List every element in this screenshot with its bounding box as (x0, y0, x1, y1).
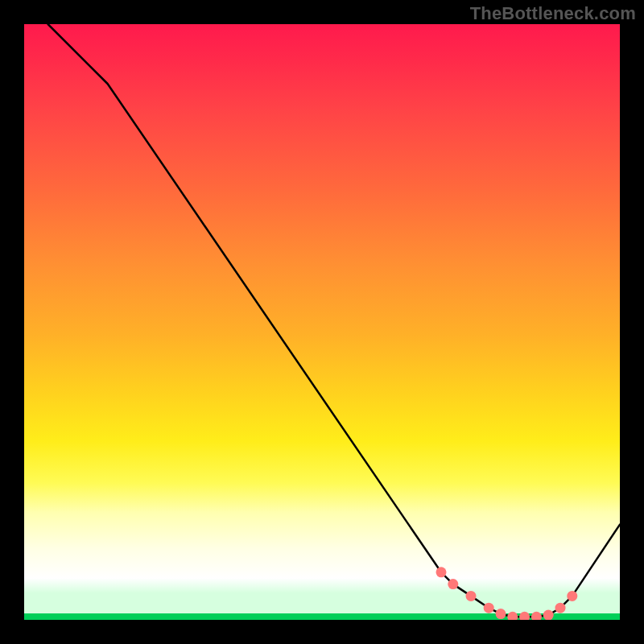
marker-dot (507, 612, 518, 620)
marker-dot (436, 567, 447, 577)
chart-frame: TheBottleneck.com (0, 0, 644, 644)
attribution-text: TheBottleneck.com (470, 3, 636, 24)
main-curve (48, 24, 620, 617)
marker-dot (555, 603, 566, 613)
marker-dot (448, 579, 458, 589)
marker-dot (496, 609, 506, 619)
curve-layer (24, 24, 620, 620)
marker-dot (531, 612, 542, 620)
marker-dot (567, 591, 577, 601)
marker-dot (484, 603, 494, 613)
marker-dot (466, 591, 477, 601)
marker-dots (436, 567, 578, 620)
marker-dot (519, 612, 530, 620)
plot-area (24, 24, 620, 620)
marker-dot (543, 610, 554, 620)
